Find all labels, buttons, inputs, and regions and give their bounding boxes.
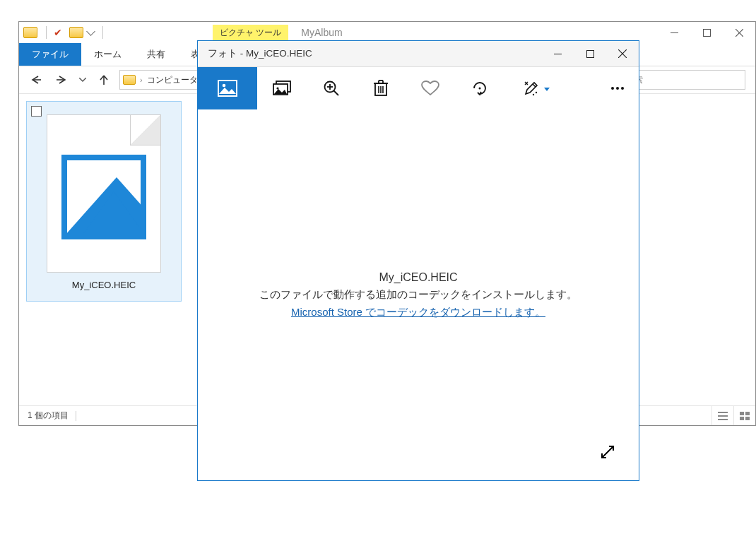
file-name-label: My_iCEO.HEIC: [72, 280, 136, 290]
folder-icon: [123, 75, 136, 85]
view-large-icons-button[interactable]: [733, 406, 755, 425]
forward-button[interactable]: [52, 70, 71, 90]
explorer-title: MyAlbum: [301, 27, 342, 38]
svg-point-32: [533, 94, 534, 95]
svg-point-17: [276, 87, 278, 89]
photos-minimize-button[interactable]: [541, 41, 574, 66]
qat-dropdown-icon[interactable]: [86, 27, 95, 36]
explorer-maximize-button[interactable]: [690, 22, 723, 43]
svg-point-33: [611, 87, 614, 90]
content-filename: My_iCEO.HEIC: [379, 271, 457, 284]
photos-window: フォト - My_iCEO.HEIC: [197, 40, 639, 481]
separator: [102, 26, 103, 39]
breadcrumb-segment[interactable]: コンピュータ: [147, 74, 198, 86]
quick-access-toolbar: ✔: [19, 26, 103, 39]
rotate-button[interactable]: [455, 67, 504, 109]
context-tab-picture-tools[interactable]: ピクチャ ツール: [213, 25, 288, 41]
svg-rect-10: [745, 417, 750, 420]
svg-rect-7: [740, 412, 744, 415]
svg-rect-1: [703, 29, 710, 36]
svg-rect-6: [718, 419, 728, 420]
file-item[interactable]: My_iCEO.HEIC: [26, 101, 182, 302]
svg-rect-15: [276, 81, 290, 92]
svg-rect-4: [718, 412, 728, 413]
chevron-down-icon: [544, 88, 550, 91]
svg-point-14: [223, 84, 226, 88]
back-button[interactable]: [26, 70, 46, 90]
ribbon-tab-file[interactable]: ファイル: [19, 43, 81, 66]
file-thumbnail: [47, 114, 161, 273]
svg-rect-12: [586, 50, 593, 57]
svg-point-30: [479, 88, 481, 90]
svg-rect-16: [273, 84, 288, 95]
chevron-right-icon: ›: [140, 76, 143, 84]
ribbon-tab-home[interactable]: ホーム: [81, 43, 134, 66]
photos-maximize-button[interactable]: [574, 41, 606, 66]
status-text: 1 個の項目: [28, 410, 69, 422]
view-details-button[interactable]: [711, 406, 733, 425]
photos-toolbar: [198, 67, 639, 109]
photos-titlebar: フォト - My_iCEO.HEIC: [198, 41, 639, 67]
edit-button[interactable]: [504, 67, 568, 109]
photos-content: My_iCEO.HEIC このファイルで動作する追加のコーデックをインストールし…: [198, 109, 639, 480]
codec-download-link[interactable]: Microsoft Store でコーデックをダウンロードします。: [291, 306, 545, 319]
explorer-close-button[interactable]: [723, 22, 755, 43]
photos-close-button[interactable]: [606, 41, 639, 66]
favorite-button[interactable]: [406, 67, 455, 109]
explorer-minimize-button[interactable]: [658, 22, 690, 43]
zoom-button[interactable]: [307, 67, 356, 109]
svg-line-21: [334, 91, 339, 96]
new-folder-icon[interactable]: [69, 27, 83, 38]
svg-point-31: [536, 92, 537, 93]
svg-rect-9: [740, 417, 744, 420]
svg-rect-0: [671, 32, 678, 33]
folder-icon: [23, 27, 37, 38]
more-button[interactable]: [596, 67, 639, 109]
file-checkbox[interactable]: [31, 106, 42, 117]
svg-point-18: [325, 82, 336, 93]
collection-button[interactable]: [257, 67, 307, 109]
separator: [76, 411, 76, 421]
svg-point-34: [616, 87, 619, 90]
fullscreen-button[interactable]: [593, 438, 622, 466]
svg-rect-11: [554, 54, 562, 54]
photos-title: フォト - My_iCEO.HEIC: [198, 47, 312, 60]
image-placeholder-icon: [61, 155, 146, 239]
codec-message: このファイルで動作する追加のコーデックをインストールします。: [259, 288, 577, 302]
up-button[interactable]: [94, 70, 114, 90]
svg-rect-8: [745, 412, 750, 415]
separator: [46, 26, 47, 39]
svg-rect-13: [218, 81, 237, 96]
svg-rect-5: [718, 415, 728, 417]
svg-point-35: [621, 87, 624, 90]
delete-button[interactable]: [356, 67, 406, 109]
svg-rect-22: [375, 83, 386, 95]
properties-icon[interactable]: ✔: [52, 27, 64, 38]
history-dropdown[interactable]: [77, 70, 88, 90]
view-photo-button[interactable]: [198, 67, 257, 109]
ribbon-tab-share[interactable]: 共有: [134, 43, 178, 66]
